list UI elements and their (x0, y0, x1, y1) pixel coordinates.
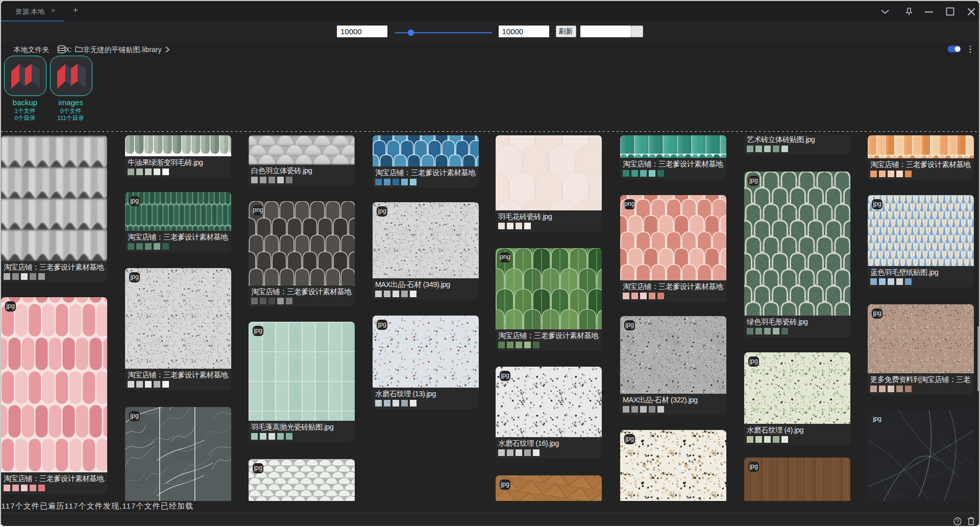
svg-text:?: ? (956, 519, 959, 524)
